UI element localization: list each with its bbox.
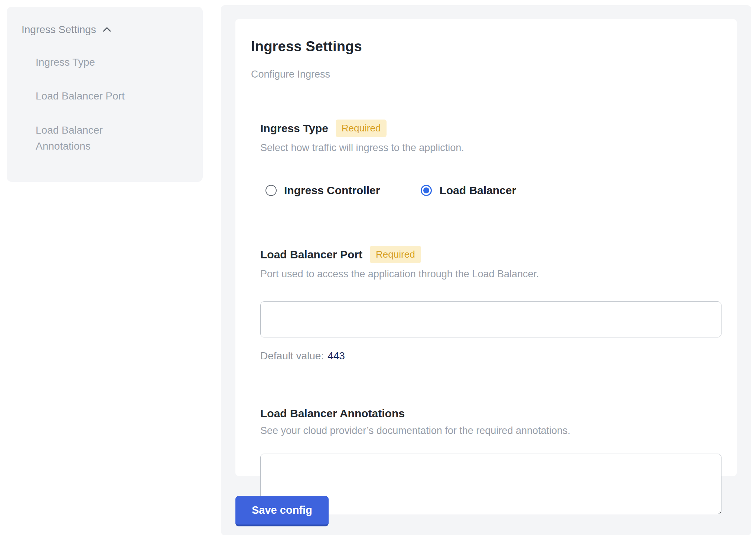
radio-ingress-controller[interactable]: Ingress Controller <box>265 184 380 197</box>
section-ingress-type: Ingress Type Required Select how traffic… <box>260 120 713 197</box>
ingress-type-title: Ingress Type <box>260 122 328 135</box>
sidebar-section-ingress-settings[interactable]: Ingress Settings <box>22 24 188 36</box>
ingress-type-description: Select how traffic will ingress to the a… <box>260 142 713 154</box>
lb-annotations-textarea[interactable] <box>260 454 721 514</box>
radio-circle-icon[interactable] <box>265 185 277 196</box>
default-label: Default value: <box>260 350 324 362</box>
page-subtitle: Configure Ingress <box>251 69 713 80</box>
ingress-type-radio-group: Ingress Controller Load Balancer <box>265 184 713 197</box>
sidebar-item-load-balancer-annotations[interactable]: Load Balancer Annotations <box>36 122 147 154</box>
sidebar-item-load-balancer-port[interactable]: Load Balancer Port <box>36 88 147 104</box>
default-value: 443 <box>328 350 345 362</box>
section-load-balancer-port: Load Balancer Port Required Port used to… <box>260 246 713 362</box>
lb-annotations-description: See your cloud provider’s documentation … <box>260 425 713 437</box>
lb-port-default-line: Default value:443 <box>260 350 713 362</box>
ingress-settings-card: Ingress Settings Configure Ingress Ingre… <box>235 19 737 476</box>
page-title: Ingress Settings <box>251 39 713 55</box>
radio-label: Load Balancer <box>439 184 516 197</box>
sidebar-item-ingress-type[interactable]: Ingress Type <box>36 54 147 70</box>
lb-annotations-title: Load Balancer Annotations <box>260 407 405 420</box>
save-config-button[interactable]: Save config <box>235 496 329 526</box>
radio-circle-icon[interactable] <box>421 185 432 196</box>
lb-port-input[interactable] <box>260 301 721 337</box>
radio-label: Ingress Controller <box>284 184 380 197</box>
required-badge: Required <box>336 120 387 137</box>
main-panel: Ingress Settings Configure Ingress Ingre… <box>221 5 751 535</box>
required-badge: Required <box>370 246 421 263</box>
sidebar-section-label: Ingress Settings <box>22 24 96 36</box>
settings-sidebar: Ingress Settings Ingress Type Load Balan… <box>7 7 203 182</box>
sidebar-item-list: Ingress Type Load Balancer Port Load Bal… <box>36 54 188 154</box>
radio-load-balancer[interactable]: Load Balancer <box>421 184 516 197</box>
lb-port-title: Load Balancer Port <box>260 248 362 261</box>
lb-port-description: Port used to access the application thro… <box>260 268 713 280</box>
chevron-up-icon <box>101 24 113 35</box>
